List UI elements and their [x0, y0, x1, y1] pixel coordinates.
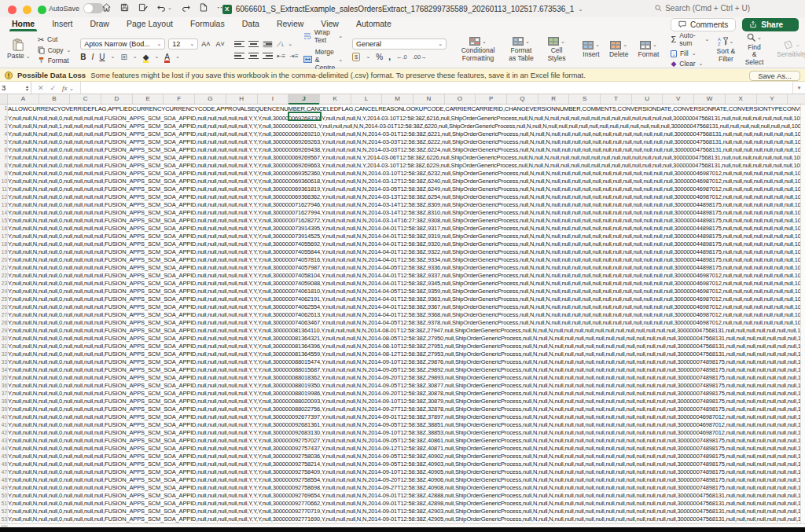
- row-number[interactable]: 33: [0, 358, 8, 365]
- table-row[interactable]: 35Y,null,null,N,null,null,0,null,null,nu…: [0, 374, 800, 382]
- column-header-O[interactable]: O: [445, 94, 476, 104]
- row-number[interactable]: 8: [0, 162, 8, 169]
- share-button[interactable]: Share ⌄: [742, 18, 799, 31]
- table-row[interactable]: 24Y,null,null,N,null,null,0,null,null,nu…: [0, 288, 800, 295]
- column-header-A[interactable]: A: [8, 94, 39, 104]
- table-row[interactable]: 31Y,null,null,N,null,null,0,null,null,nu…: [0, 343, 800, 350]
- table-row[interactable]: 16Y,null,null,N,null,null,0,null,null,nu…: [0, 225, 800, 233]
- table-row[interactable]: 52Y,null,null,N,null,null,0,null,null,nu…: [0, 508, 800, 515]
- fill-button[interactable]: ↓Fill⌄: [671, 50, 709, 57]
- row-number[interactable]: 46: [0, 460, 8, 468]
- table-row[interactable]: 10Y,null,null,N,null,null,0,null,null,nu…: [0, 178, 800, 185]
- table-row[interactable]: 20Y,null,null,N,null,null,0,null,null,nu…: [0, 256, 800, 264]
- comments-button[interactable]: Comments: [671, 18, 736, 31]
- column-header-C[interactable]: C: [70, 94, 101, 104]
- row-number[interactable]: 14: [0, 209, 8, 216]
- table-row[interactable]: 2Y,null,null,N,null,null,0,null,null,nul…: [0, 115, 800, 123]
- table-row[interactable]: 46Y,null,null,N,null,null,0,null,null,nu…: [0, 460, 800, 468]
- tab-page-layout[interactable]: Page Layout: [118, 17, 182, 31]
- table-row[interactable]: 25Y,null,null,N,null,null,0,null,null,nu…: [0, 295, 800, 303]
- row-number[interactable]: 5: [0, 138, 8, 145]
- decrease-decimal-button[interactable]: .00→: [413, 53, 427, 61]
- delete-cells-button[interactable]: ⌄ Delete: [607, 40, 631, 59]
- align-right-button[interactable]: [263, 53, 273, 60]
- document-title[interactable]: 6066601_S_ExtractExample_salesOrdersExtr…: [236, 5, 575, 13]
- row-number[interactable]: 10: [0, 178, 8, 185]
- table-row[interactable]: 12Y,null,null,N,null,null,0,null,null,nu…: [0, 193, 800, 201]
- row-number[interactable]: 15: [0, 217, 8, 224]
- select-all-corner[interactable]: [0, 94, 8, 104]
- row-number[interactable]: 52: [0, 508, 8, 515]
- bold-button[interactable]: B: [80, 53, 86, 61]
- column-header-F[interactable]: F: [164, 94, 195, 104]
- row-number[interactable]: 11: [0, 185, 8, 193]
- column-header-Y[interactable]: Y: [757, 94, 788, 104]
- table-row[interactable]: 29Y,null,null,N,null,null,0,null,null,nu…: [0, 327, 800, 335]
- table-row[interactable]: 37Y,null,null,N,null,null,0,null,null,nu…: [0, 390, 800, 398]
- column-header-L[interactable]: L: [351, 94, 383, 104]
- table-row[interactable]: 34Y,null,null,N,null,null,0,null,null,nu…: [0, 366, 800, 374]
- row-number[interactable]: 51: [0, 500, 8, 507]
- comma-format-button[interactable]: ,: [388, 53, 391, 61]
- table-row[interactable]: 53Y,null,null,N,null,null,0,null,null,nu…: [0, 515, 800, 523]
- table-row[interactable]: 17Y,null,null,N,null,null,0,null,null,nu…: [0, 233, 800, 240]
- number-format-select[interactable]: General⌄: [352, 39, 447, 50]
- tab-formulas[interactable]: Formulas: [182, 17, 233, 31]
- column-header-T[interactable]: T: [601, 94, 632, 104]
- row-number[interactable]: 26: [0, 303, 8, 310]
- table-row[interactable]: 38Y,null,null,N,null,null,0,null,null,nu…: [0, 398, 800, 405]
- table-row[interactable]: 4Y,null,null,N,null,null,0,null,null,nul…: [0, 130, 800, 138]
- table-row[interactable]: 45Y,null,null,N,null,null,0,null,null,nu…: [0, 453, 800, 460]
- row-number[interactable]: 49: [0, 484, 8, 491]
- table-row[interactable]: 11Y,null,null,N,null,null,0,null,null,nu…: [0, 185, 800, 193]
- column-header-U[interactable]: U: [632, 94, 663, 104]
- row-number[interactable]: 17: [0, 233, 8, 240]
- row-number[interactable]: 36: [0, 382, 8, 389]
- tab-automate[interactable]: Automate: [347, 17, 400, 31]
- vertical-scrollbar[interactable]: [800, 105, 805, 523]
- row-number[interactable]: 7: [0, 154, 8, 161]
- table-row[interactable]: 23Y,null,null,N,null,null,0,null,null,nu…: [0, 280, 800, 288]
- format-painter-button[interactable]: Format: [38, 57, 72, 64]
- column-header-M[interactable]: M: [382, 94, 414, 104]
- row-number[interactable]: 24: [0, 288, 8, 295]
- cell-styles-button[interactable]: ⌄ Cell Styles: [542, 36, 571, 63]
- tab-insert[interactable]: Insert: [43, 17, 81, 31]
- table-row[interactable]: 40Y,null,null,N,null,null,0,null,null,nu…: [0, 413, 800, 421]
- row-number[interactable]: 9: [0, 170, 8, 177]
- copy-button[interactable]: Copy⌄: [38, 46, 72, 54]
- table-row[interactable]: 44Y,null,null,N,null,null,0,null,null,nu…: [0, 445, 800, 453]
- format-cells-button[interactable]: ⌄ Format: [635, 40, 661, 59]
- save-as-button[interactable]: Save As...: [749, 71, 800, 81]
- row-number[interactable]: 39: [0, 405, 8, 413]
- row-number[interactable]: 27: [0, 311, 8, 318]
- table-row[interactable]: 15Y,null,null,N,null,null,0,null,null,nu…: [0, 217, 800, 225]
- row-number[interactable]: 34: [0, 366, 8, 373]
- insert-cells-button[interactable]: ⌄ Insert: [580, 40, 602, 59]
- row-number[interactable]: 38: [0, 398, 8, 405]
- row-number[interactable]: 19: [0, 248, 8, 255]
- row-number[interactable]: 21: [0, 264, 8, 271]
- table-row[interactable]: 41Y,null,null,N,null,null,0,null,null,nu…: [0, 421, 800, 429]
- cancel-entry-button[interactable]: ✕: [38, 84, 44, 92]
- font-color-button[interactable]: A: [164, 53, 170, 61]
- merge-centre-button[interactable]: Merge & Centre⌄: [303, 48, 343, 72]
- currency-format-button[interactable]: $: [352, 53, 360, 61]
- align-top-button[interactable]: [234, 41, 244, 48]
- column-header-G[interactable]: G: [195, 94, 226, 104]
- table-row[interactable]: 33Y,null,null,N,null,null,0,null,null,nu…: [0, 358, 800, 366]
- table-row[interactable]: 32Y,null,null,N,null,null,0,null,null,nu…: [0, 350, 800, 358]
- column-header-W[interactable]: W: [694, 94, 726, 104]
- row-number[interactable]: 32: [0, 350, 8, 358]
- italic-button[interactable]: I: [92, 53, 94, 61]
- table-row[interactable]: 26Y,null,null,N,null,null,0,null,null,nu…: [0, 303, 800, 311]
- sort-filter-button[interactable]: AZ ⌄ Sort & Filter: [714, 35, 737, 64]
- name-box[interactable]: 3 ▲▼: [0, 82, 31, 94]
- tab-draw[interactable]: Draw: [81, 17, 118, 31]
- row-number[interactable]: 47: [0, 468, 8, 475]
- column-header-J[interactable]: J: [289, 94, 320, 104]
- column-header-Q[interactable]: Q: [507, 94, 539, 104]
- row-number[interactable]: 40: [0, 413, 8, 420]
- column-header-V[interactable]: V: [663, 94, 694, 104]
- name-box-stepper[interactable]: ▲▼: [25, 85, 31, 91]
